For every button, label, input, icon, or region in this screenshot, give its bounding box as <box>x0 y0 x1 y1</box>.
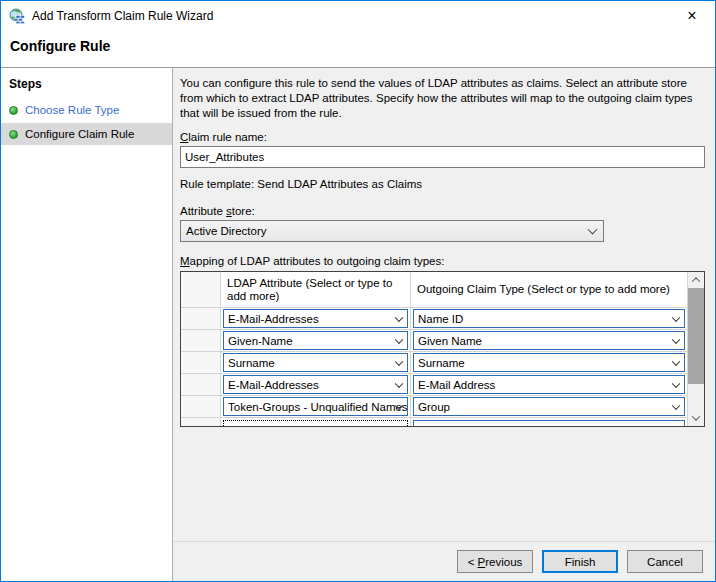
finish-button[interactable]: Finish <box>542 550 618 573</box>
chevron-down-icon <box>395 313 403 321</box>
cancel-button[interactable]: Cancel <box>627 550 703 573</box>
rule-description: You can configure this rule to send the … <box>180 76 705 121</box>
row-selector[interactable] <box>181 396 221 417</box>
row-selector[interactable] <box>181 418 221 426</box>
step-choose-rule-type[interactable]: Choose Rule Type <box>1 99 172 121</box>
window-title: Add Transform Claim Rule Wizard <box>32 9 213 23</box>
chevron-down-icon <box>672 313 680 321</box>
titlebar: Add Transform Claim Rule Wizard × <box>1 1 715 31</box>
step-label: Configure Claim Rule <box>25 128 134 140</box>
scrollbar-track[interactable] <box>688 288 704 410</box>
chevron-down-icon[interactable] <box>688 410 704 426</box>
step-configure-claim-rule: Configure Claim Rule <box>1 123 172 145</box>
green-dot-icon <box>9 106 18 115</box>
chevron-down-icon <box>672 357 680 365</box>
outgoing-claim-select[interactable]: E-Mail Address <box>413 375 685 394</box>
chevron-down-icon <box>588 225 598 235</box>
chevron-up-icon[interactable] <box>688 272 704 288</box>
close-icon[interactable]: × <box>669 1 715 30</box>
mapping-table-body: LDAP Attribute (Select or type to add mo… <box>181 272 687 426</box>
rule-template-text: Rule template: Send LDAP Attributes as C… <box>180 178 705 190</box>
content-area: Steps Choose Rule Type Configure Claim R… <box>1 67 715 581</box>
outgoing-claim-new-cell[interactable] <box>413 420 685 426</box>
outgoing-claim-select[interactable]: Group <box>413 397 685 416</box>
ldap-attribute-select[interactable]: Token-Groups - Unqualified Names <box>223 397 408 416</box>
ldap-attribute-select[interactable]: Given-Name <box>223 331 408 350</box>
table-row: Token-Groups - Unqualified Names Group <box>181 396 687 418</box>
page-title: Configure Rule <box>10 38 110 54</box>
claim-column-header: Outgoing Claim Type (Select or type to a… <box>411 272 687 307</box>
claim-rule-name-input[interactable] <box>180 146 705 168</box>
main-panel: You can configure this rule to send the … <box>173 68 715 581</box>
ldap-column-header: LDAP Attribute (Select or type to add mo… <box>221 272 411 307</box>
chevron-down-icon <box>672 335 680 343</box>
step-label: Choose Rule Type <box>25 104 119 116</box>
mapping-label: Mapping of LDAP attributes to outgoing c… <box>180 255 705 267</box>
ldap-attribute-new-cell[interactable] <box>223 420 408 426</box>
row-selector[interactable] <box>181 330 221 351</box>
row-selector[interactable] <box>181 308 221 329</box>
attribute-store-label: Attribute store: <box>180 205 705 217</box>
chevron-down-icon <box>395 335 403 343</box>
table-new-row <box>181 418 687 426</box>
scrollbar-thumb[interactable] <box>688 288 704 384</box>
row-selector[interactable] <box>181 352 221 373</box>
steps-title: Steps <box>1 73 172 97</box>
wizard-window: Add Transform Claim Rule Wizard × Config… <box>0 0 716 582</box>
steps-sidebar: Steps Choose Rule Type Configure Claim R… <box>1 68 173 581</box>
outgoing-claim-select[interactable]: Given Name <box>413 331 685 350</box>
row-selector[interactable] <box>181 374 221 395</box>
green-dot-icon <box>9 130 18 139</box>
ldap-attribute-select[interactable]: E-Mail-Addresses <box>223 375 408 394</box>
chevron-down-icon <box>395 357 403 365</box>
outgoing-claim-select[interactable]: Name ID <box>413 309 685 328</box>
table-header-row: LDAP Attribute (Select or type to add mo… <box>181 272 687 308</box>
attribute-store-select[interactable]: Active Directory <box>180 220 604 242</box>
table-row: E-Mail-Addresses E-Mail Address <box>181 374 687 396</box>
chevron-down-icon <box>395 379 403 387</box>
page-header: Configure Rule <box>1 31 715 67</box>
ldap-attribute-select[interactable]: E-Mail-Addresses <box>223 309 408 328</box>
button-bar: < Previous Finish Cancel <box>173 541 715 581</box>
ldap-attribute-select[interactable]: Surname <box>223 353 408 372</box>
chevron-down-icon <box>672 401 680 409</box>
attribute-store-value: Active Directory <box>186 225 267 237</box>
mapping-table: LDAP Attribute (Select or type to add mo… <box>180 271 705 427</box>
adfs-wizard-icon <box>9 8 25 24</box>
outgoing-claim-select[interactable]: Surname <box>413 353 685 372</box>
table-scrollbar[interactable] <box>687 272 704 426</box>
claim-rule-name-label: Claim rule name: <box>180 131 705 143</box>
table-row: E-Mail-Addresses Name ID <box>181 308 687 330</box>
row-selector-header <box>181 272 221 307</box>
chevron-down-icon <box>672 379 680 387</box>
table-row: Surname Surname <box>181 352 687 374</box>
table-row: Given-Name Given Name <box>181 330 687 352</box>
previous-button[interactable]: < Previous <box>457 550 533 573</box>
